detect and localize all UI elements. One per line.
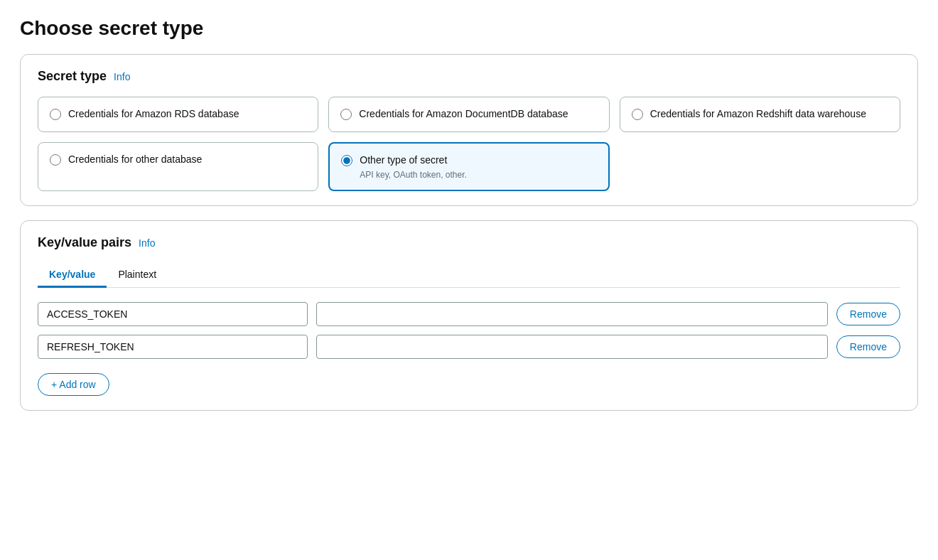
tab-key-value[interactable]: Key/value [38, 263, 107, 288]
empty-cell [620, 142, 900, 192]
radio-documentdb[interactable] [340, 109, 352, 120]
kv-value-input-2[interactable] [316, 335, 828, 359]
radio-documentdb-label: Credentials for Amazon DocumentDB databa… [359, 107, 568, 122]
radio-other-db-label: Credentials for other database [68, 153, 202, 167]
kv-row-1: Remove [38, 302, 900, 326]
add-row-button[interactable]: + Add row [38, 373, 109, 396]
key-value-section: Key/value pairs Info Key/value Plaintext… [20, 220, 918, 411]
radio-redshift-label: Credentials for Amazon Redshift data war… [650, 107, 866, 122]
radio-other-secret-sublabel: API key, OAuth token, other. [360, 170, 467, 180]
secret-type-row2: Credentials for other database Other typ… [38, 142, 900, 192]
radio-other-secret[interactable] [341, 155, 352, 166]
kv-section-header: Key/value pairs Info [38, 235, 900, 250]
radio-rds-label: Credentials for Amazon RDS database [68, 107, 239, 122]
kv-value-input-1[interactable] [316, 302, 828, 326]
kv-tabs-row: Key/value Plaintext [38, 263, 900, 288]
secret-type-section: Secret type Info Credentials for Amazon … [20, 54, 918, 206]
tab-plaintext[interactable]: Plaintext [107, 263, 168, 288]
radio-option-other-secret[interactable]: Other type of secret API key, OAuth toke… [328, 142, 609, 192]
radio-option-rds[interactable]: Credentials for Amazon RDS database [38, 97, 318, 132]
radio-option-documentdb[interactable]: Credentials for Amazon DocumentDB databa… [328, 97, 609, 132]
kv-info-link[interactable]: Info [139, 237, 155, 249]
radio-option-other-db[interactable]: Credentials for other database [38, 142, 318, 192]
secret-type-row1: Credentials for Amazon RDS database Cred… [38, 97, 900, 132]
radio-option-redshift[interactable]: Credentials for Amazon Redshift data war… [620, 97, 900, 132]
kv-key-input-2[interactable] [38, 335, 308, 359]
radio-redshift[interactable] [632, 109, 643, 120]
secret-type-header: Secret type Info [38, 69, 900, 84]
kv-row-2: Remove [38, 335, 900, 359]
kv-section-title: Key/value pairs [38, 235, 131, 250]
remove-row-2-button[interactable]: Remove [836, 335, 900, 358]
remove-row-1-button[interactable]: Remove [836, 303, 900, 325]
radio-other-secret-label: Other type of secret [360, 154, 467, 168]
kv-key-input-1[interactable] [38, 302, 308, 326]
secret-type-info-link[interactable]: Info [114, 71, 130, 82]
secret-type-title: Secret type [38, 69, 107, 84]
radio-rds[interactable] [50, 109, 61, 120]
page-title: Choose secret type [20, 17, 918, 40]
radio-other-db[interactable] [50, 154, 61, 166]
